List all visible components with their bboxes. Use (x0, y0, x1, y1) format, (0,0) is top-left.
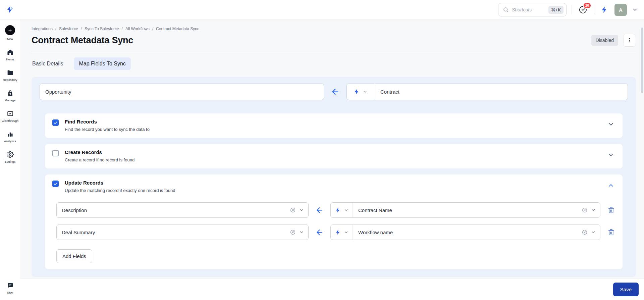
chevron-down-icon (344, 208, 348, 212)
avatar[interactable]: A (614, 4, 627, 16)
home-icon (7, 49, 14, 56)
mapping-panel: Contract Find Records Find the record yo… (32, 77, 636, 277)
bar-chart-icon (7, 131, 14, 138)
topbar-divider (594, 5, 594, 14)
chevron-down-icon[interactable] (607, 151, 614, 158)
breadcrumb-item[interactable]: Integrations (32, 27, 59, 31)
left-field-value: Description (62, 207, 290, 213)
create-records-card: Create Records Create a record if no rec… (45, 144, 623, 168)
chevron-down-icon[interactable] (607, 121, 614, 128)
lightning-icon (601, 6, 608, 13)
quick-actions-button[interactable] (601, 6, 608, 13)
chevron-down-icon[interactable] (299, 207, 304, 213)
chevron-down-icon[interactable] (299, 230, 304, 235)
lightning-icon (335, 207, 341, 213)
right-field-select[interactable]: Contract Name (353, 207, 600, 213)
left-object-input[interactable] (40, 84, 324, 100)
scrollbar-thumb[interactable] (641, 28, 643, 93)
tab-basic-details[interactable]: Basic Details (32, 57, 64, 70)
breadcrumb-item[interactable]: Salesforce (59, 27, 85, 31)
object-source-dropdown[interactable] (347, 84, 374, 100)
right-field-value: Contract Name (358, 207, 582, 213)
plus-icon (5, 25, 15, 35)
chevron-down-icon (344, 230, 348, 235)
find-records-header: Find Records Find the record you want to… (52, 119, 614, 132)
right-field-control: Workflow name (330, 224, 600, 240)
create-records-checkbox[interactable] (52, 150, 59, 156)
page-title: Contract Metadata Sync (32, 35, 133, 46)
search-input[interactable] (512, 7, 545, 12)
left-field-select[interactable]: Deal Summary (56, 224, 309, 240)
right-field-value: Workflow name (358, 230, 582, 235)
sidebar-item-settings[interactable]: Settings (0, 151, 20, 163)
clickthrough-icon (7, 110, 14, 117)
card-title: Create Records (65, 149, 135, 155)
search-shortcut-badge: ⌘+K (548, 6, 564, 14)
app-logo[interactable] (0, 5, 20, 14)
arrow-left-icon (315, 228, 324, 237)
delete-row-button[interactable] (608, 229, 614, 236)
card-title: Update Records (65, 180, 175, 186)
object-mapping-row: Contract (40, 84, 628, 100)
search-icon (503, 7, 509, 13)
chevron-down-icon[interactable] (591, 207, 596, 213)
main-content: Integrations Salesforce Sync To Salesfor… (20, 20, 644, 278)
chevron-up-icon[interactable] (607, 182, 614, 189)
gear-icon (7, 151, 14, 158)
clear-field-icon[interactable] (290, 229, 296, 235)
update-records-checkbox[interactable] (52, 181, 59, 187)
field-source-dropdown[interactable] (331, 225, 353, 240)
sidebar-item-repository[interactable]: Repository (0, 69, 20, 82)
right-field-select[interactable]: Workflow name (353, 229, 600, 235)
update-records-titles: Update Records Update the matching recor… (65, 180, 175, 193)
create-records-titles: Create Records Create a record if no rec… (65, 149, 135, 162)
card-subtitle: Create a record if no record is found (65, 157, 135, 162)
update-records-header: Update Records Update the matching recor… (52, 180, 614, 193)
record-action-cards: Find Records Find the record you want to… (45, 113, 623, 269)
status-badge: Disabled (591, 35, 618, 46)
topbar-divider (572, 5, 572, 14)
app-root: ⌘+K 20 A (0, 0, 644, 300)
topbar: ⌘+K 20 A (0, 0, 644, 20)
sidebar-item-manage[interactable]: Manage (0, 90, 20, 102)
breadcrumb-item[interactable]: All Workflows (125, 27, 156, 31)
breadcrumb: Integrations Salesforce Sync To Salesfor… (32, 27, 636, 31)
chat-icon (7, 282, 14, 289)
manage-icon (7, 90, 14, 97)
clear-field-icon[interactable] (582, 207, 588, 213)
topbar-actions: ⌘+K 20 A (498, 3, 644, 16)
delete-row-button[interactable] (608, 207, 614, 213)
sidebar-item-new[interactable]: New (0, 25, 20, 41)
save-button[interactable]: Save (613, 283, 639, 296)
lightning-icon (354, 89, 360, 95)
card-title: Find Records (65, 119, 150, 124)
tasks-button[interactable]: 20 (579, 6, 587, 14)
breadcrumb-item: Contract Metadata Sync (156, 27, 199, 31)
sidebar-item-chat[interactable]: Chat (0, 282, 20, 295)
page-header-actions: Disabled (591, 34, 636, 47)
clear-field-icon[interactable] (290, 207, 296, 213)
chevron-down-icon[interactable] (591, 230, 596, 235)
find-records-checkbox[interactable] (52, 119, 59, 126)
account-menu-button[interactable] (632, 7, 638, 13)
field-source-dropdown[interactable] (331, 203, 353, 217)
add-fields-button[interactable]: Add Fields (56, 249, 92, 263)
arrow-left-icon (315, 206, 324, 214)
sidebar-item-analytics[interactable]: Analytics (0, 131, 20, 143)
left-field-select[interactable]: Description (56, 202, 309, 218)
right-object-value[interactable]: Contract (374, 89, 406, 95)
more-options-button[interactable] (623, 34, 636, 47)
breadcrumb-item[interactable]: Sync To Salesforce (85, 27, 125, 31)
right-object-control: Contract (346, 84, 628, 100)
field-mapping-row: Deal Summary (56, 224, 614, 240)
left-field-value: Deal Summary (62, 230, 290, 235)
sidebar-item-clickthrough[interactable]: Clickthrough (0, 110, 20, 122)
clear-field-icon[interactable] (582, 229, 588, 235)
arrow-left-icon (331, 87, 340, 96)
tab-map-fields-to-sync[interactable]: Map Fields To Sync (74, 57, 130, 70)
global-search[interactable]: ⌘+K (498, 3, 567, 16)
right-field-control: Contract Name (330, 202, 600, 218)
chevron-down-icon (363, 89, 368, 94)
tab-bar: Basic Details Map Fields To Sync (32, 57, 636, 70)
sidebar-item-home[interactable]: Home (0, 49, 20, 61)
